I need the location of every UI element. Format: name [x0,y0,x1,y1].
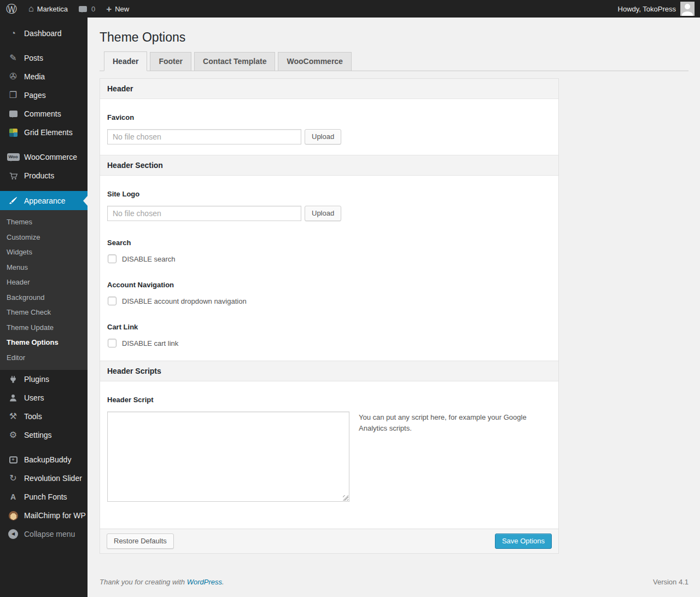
tab-footer[interactable]: Footer [150,52,191,71]
collapse-arrow-icon: ◀ [7,529,19,540]
sidebar-subitem-header[interactable]: Header [0,275,88,290]
sidebar-item-woocommerce[interactable]: Woo WooCommerce [0,148,88,166]
sidebar-item-dashboard[interactable]: ◔ Dashboard [0,24,88,43]
sidebar-subitem-theme-check[interactable]: Theme Check [0,305,88,320]
disable-account-nav-checkbox[interactable] [108,297,116,305]
sidebar-subitem-menus[interactable]: Menus [0,260,88,275]
footer-thanks: Thank you for creating with WordPress. [100,578,224,586]
favicon-field: Favicon Upload [100,99,558,155]
comments-count: 0 [91,5,95,13]
site-logo-file-input[interactable] [107,206,301,221]
letter-a-icon: A [7,491,19,502]
site-logo-label: Site Logo [107,190,551,198]
sidebar-subitem-themes[interactable]: Themes [0,215,88,230]
new-content-button[interactable]: + New [101,0,135,18]
tools-icon: ⚒ [7,411,19,422]
header-script-textarea-wrap [107,411,349,502]
admin-menu-lower: Plugins Users ⚒ Tools ⚙ Settings + Backu… [0,370,88,543]
sidebar-item-grid-elements[interactable]: Grid Elements [0,123,88,142]
plus-icon: + [106,4,112,14]
sidebar-item-posts[interactable]: ✎ Posts [0,49,88,67]
sidebar-subitem-customize[interactable]: Customize [0,230,88,245]
site-logo-upload-button[interactable]: Upload [305,206,341,221]
account-navigation-label: Account Navigation [107,281,551,288]
new-label: New [115,5,129,13]
disable-account-nav-row[interactable]: DISABLE account dropdown navigation [107,297,551,305]
sidebar-item-settings[interactable]: ⚙ Settings [0,426,88,444]
account-menu[interactable]: Howdy, TokoPress [612,0,700,18]
disable-search-row[interactable]: DISABLE search [107,254,551,263]
site-name-link[interactable]: ⌂ Marketica [23,0,73,18]
header-script-field: Header Script You can put any script her… [100,381,558,529]
grid-icon [7,127,19,138]
pushpin-icon: ✎ [7,53,19,63]
tab-bar: Header Footer Contact Template WooCommer… [100,51,689,71]
collapse-menu-button[interactable]: ◀ Collapse menu [0,525,88,543]
header-script-row: You can put any script here, for example… [107,411,551,502]
save-options-button[interactable]: Save Options [495,534,552,549]
howdy-text: Howdy, TokoPress [618,5,676,13]
favicon-label: Favicon [107,114,551,121]
sidebar-item-appearance[interactable]: Appearance [0,191,88,210]
admin-menu: ◔ Dashboard ✎ Posts ✇ Media ❐ Pages Comm… [0,18,88,210]
tab-header[interactable]: Header [104,51,147,71]
favicon-file-row: Upload [107,129,551,144]
sidebar-subitem-theme-update[interactable]: Theme Update [0,320,88,335]
search-group: Search DISABLE search [107,239,551,263]
search-label: Search [107,239,551,246]
theme-options-panel: Header Favicon Upload Header Section Sit… [100,78,559,554]
restore-defaults-button[interactable]: Restore Defaults [107,534,174,549]
header-script-description: You can put any script here, for example… [359,411,534,434]
sidebar-subitem-theme-options[interactable]: Theme Options [0,335,88,350]
section-header-header-section: Header Section [100,155,558,176]
admin-bar-left: Ⓦ ⌂ Marketica 0 + New [0,0,135,18]
header-script-textarea[interactable] [107,411,349,502]
footer-thanks-text: Thank you for creating with [100,578,185,586]
tab-woocommerce[interactable]: WooCommerce [278,52,351,71]
sidebar-item-mailchimp[interactable]: MailChimp for WP [0,506,88,525]
panel-footer: Restore Defaults Save Options [100,529,558,553]
disable-cart-link-checkbox[interactable] [108,339,116,347]
sidebar-item-plugins[interactable]: Plugins [0,370,88,389]
sidebar-subitem-widgets[interactable]: Widgets [0,245,88,260]
tab-contact-template[interactable]: Contact Template [194,52,275,71]
footer-period: . [222,578,224,586]
sidebar-item-media[interactable]: ✇ Media [0,67,88,86]
sidebar-item-comments[interactable]: Comments [0,105,88,123]
wordpress-logo-icon[interactable]: Ⓦ [0,0,23,18]
disable-search-checkbox[interactable] [108,254,116,263]
site-logo-file-row: Upload [107,206,551,221]
admin-bar-right: Howdy, TokoPress [612,0,700,18]
sidebar-subitem-background[interactable]: Background [0,290,88,305]
disable-cart-link-row[interactable]: DISABLE cart link [107,339,551,347]
sidebar-item-revolution-slider[interactable]: ↻ Revolution Slider [0,469,88,488]
woocommerce-badge-icon: Woo [7,152,19,163]
plug-icon [7,374,19,385]
favicon-file-input[interactable] [107,129,301,144]
site-logo-group: Site Logo Upload [107,190,551,221]
sidebar-item-users[interactable]: Users [0,389,88,407]
comments-link[interactable]: 0 [73,0,101,18]
sidebar-item-pages[interactable]: ❐ Pages [0,86,88,105]
wordpress-link[interactable]: WordPress [187,578,222,586]
favicon-upload-button[interactable]: Upload [305,129,341,144]
sidebar-item-products[interactable]: Products [0,166,88,185]
sidebar-item-punch-fonts[interactable]: A Punch Fonts [0,488,88,506]
home-icon: ⌂ [28,4,34,13]
monkey-icon [7,510,19,521]
sidebar-item-backupbuddy[interactable]: + BackupBuddy [0,450,88,469]
cart-icon [7,170,19,181]
section-header-header-scripts: Header Scripts [100,361,558,381]
version-text: Version 4.1 [653,578,689,586]
sidebar-subitem-editor[interactable]: Editor [0,350,88,366]
admin-sidebar: ◔ Dashboard ✎ Posts ✇ Media ❐ Pages Comm… [0,18,88,597]
menu-separator [0,444,88,450]
header-section-fields: Site Logo Upload Search DISABLE search A… [100,176,558,361]
sidebar-item-tools[interactable]: ⚒ Tools [0,407,88,426]
disable-account-nav-label: DISABLE account dropdown navigation [122,297,247,305]
disable-search-label: DISABLE search [122,255,176,263]
section-header-header: Header [100,79,558,99]
media-icon: ✇ [7,71,19,82]
backup-drive-icon: + [7,454,19,465]
brush-icon [7,195,19,206]
